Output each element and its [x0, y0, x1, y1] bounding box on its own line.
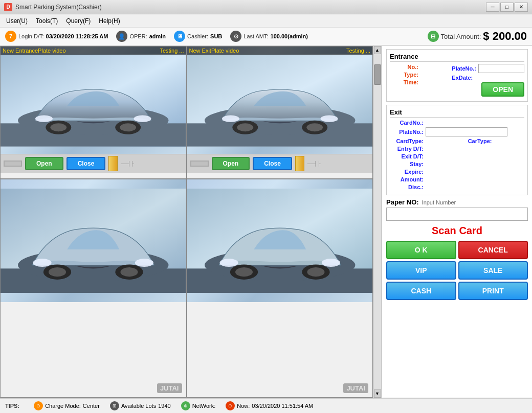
menu-user[interactable]: User(U) [2, 16, 32, 26]
paper-no-input[interactable] [386, 208, 528, 221]
print-button[interactable]: PRINT [458, 282, 528, 300]
exit-car-display [187, 47, 373, 154]
exit-stay-row: Stay: [390, 161, 524, 167]
jutai-watermark-bottom-right: JUTAI [343, 383, 368, 393]
time-icon: ⊙ [226, 401, 235, 410]
svg-point-33 [235, 267, 253, 277]
cash-button[interactable]: CASH [386, 282, 456, 300]
exit-expire-row: Expire: [390, 169, 524, 175]
exit-video-bottom: JUTAI [187, 179, 373, 398]
entrance-video-label: New EntrancePlate video Testing ... [1, 47, 186, 55]
exit-exitdt-row: Exit D/T: [390, 153, 524, 159]
exit-plateno-input[interactable] [426, 127, 507, 136]
paper-no-section: Paper NO: Input Number [386, 198, 528, 221]
cancel-button[interactable]: CANCEL [458, 241, 528, 259]
exit-amount-row: Amount: [390, 176, 524, 182]
entrance-title: Entrance [390, 53, 524, 62]
main-scrollbar[interactable]: ▲ ▼ [373, 46, 381, 398]
entrance-car-display [1, 47, 186, 154]
close-button[interactable]: ✕ [515, 3, 528, 12]
exit-indicator [295, 156, 304, 171]
main-content: New EntrancePlate video Testing ... [0, 46, 532, 398]
entrance-time-row: Time: [390, 79, 448, 85]
charge-icon: ⊙ [34, 401, 43, 410]
oper-status: 👤 OPER: admin [116, 31, 166, 42]
sale-button[interactable]: SALE [458, 261, 528, 280]
svg-point-17 [306, 123, 323, 131]
top-status-bar: 7 Login D/T: 03/20/2020 11:28:25 AM 👤 OP… [0, 28, 532, 46]
entrance-open-row: OPEN [452, 82, 524, 97]
exit-disc-row: Disc.: [390, 184, 524, 190]
svg-point-15 [237, 123, 253, 131]
vip-button[interactable]: VIP [386, 261, 456, 280]
ok-button[interactable]: O K [386, 241, 456, 259]
video-section: New EntrancePlate video Testing ... [0, 46, 373, 398]
scroll-thumb[interactable] [374, 64, 381, 85]
scan-card-title: Scan Card [386, 225, 528, 237]
entrance-plateno-input[interactable] [478, 64, 524, 73]
total-amount-status: ⊟ Total Amount: $ 200.00 [428, 30, 527, 43]
bottom-status-bar: TIPS: ⊙ Charge Mode: Center ⊞ Available … [0, 398, 532, 413]
charge-mode-item: ⊙ Charge Mode: Center [34, 401, 100, 410]
exit-cardno-row: CardNo.: [390, 120, 524, 126]
network-icon: ⊕ [181, 401, 190, 410]
svg-point-3 [35, 115, 53, 122]
minimize-button[interactable]: ─ [486, 3, 499, 12]
exit-entrydt-row: Entry D/T: [390, 146, 524, 152]
right-panel: Entrance No.: Type: Time: PlateNo.: [381, 46, 532, 398]
exit-cardtype-row: CardType: [390, 138, 456, 144]
action-buttons: O K CANCEL VIP SALE CASH PRINT [386, 241, 528, 300]
tips-label: TIPS: [5, 403, 19, 409]
exit-gray-button[interactable] [190, 160, 209, 167]
entrance-gray-button[interactable] [4, 160, 22, 167]
exit-close-button[interactable]: Close [253, 157, 292, 170]
person-icon: 👤 [116, 31, 127, 42]
svg-point-8 [120, 123, 136, 131]
svg-point-35 [307, 267, 324, 277]
last-amt-status: ⊙ Last AMT: 100.00(admin) [230, 31, 308, 42]
entrance-exdate-row: ExDate: [452, 75, 524, 81]
scroll-down-arrow[interactable]: ▼ [374, 389, 381, 398]
menu-help[interactable]: Help(H) [95, 16, 124, 26]
exit-car-bottom-svg [187, 179, 373, 302]
jutai-watermark-bottom-left: JUTAI [157, 383, 182, 393]
entrance-close-button[interactable]: Close [66, 157, 106, 170]
app-icon: D [4, 3, 12, 11]
menu-bar: User(U) Tools(T) Query(F) Help(H) [0, 14, 532, 28]
exit-controls: Open Close ──┤├ [187, 154, 373, 173]
login-status: 7 Login D/T: 03/20/2020 11:28:25 AM [5, 31, 108, 42]
entrance-car-bottom-svg [1, 179, 186, 302]
menu-tools[interactable]: Tools(T) [32, 16, 62, 26]
svg-point-6 [50, 123, 66, 131]
card-icon: ⊟ [428, 31, 439, 42]
entrance-type-row: Type: [390, 72, 448, 78]
exit-plateno-row: PlateNo.: [390, 127, 524, 136]
exit-car-bottom-display [187, 179, 373, 302]
exit-car-svg [187, 47, 373, 154]
time-item: ⊙ Now: 03/20/2020 11:51:54 AM [226, 401, 313, 410]
entrance-plateno-row: PlateNo.: [452, 64, 524, 73]
scroll-up-arrow[interactable]: ▲ [374, 46, 381, 54]
network-item: ⊕ NetWork: [181, 401, 216, 410]
paper-no-label: Paper NO: [386, 198, 419, 206]
svg-point-30 [219, 259, 238, 267]
svg-point-12 [221, 115, 239, 122]
entrance-indicator [108, 156, 118, 171]
gauge-icon: ⊙ [230, 31, 241, 42]
title-bar: D Smart Parking System(Cashier) ─ □ ✕ [0, 0, 532, 14]
entrance-open-button[interactable]: Open [25, 157, 63, 170]
exit-open-button[interactable]: Open [212, 157, 250, 170]
cashier-status: 🖥 Cashier: SUB [174, 31, 222, 42]
exit-cartype-row: CarType: [458, 138, 525, 144]
svg-point-22 [135, 259, 153, 267]
entrance-car-bottom-display [1, 179, 186, 302]
entrance-video-cell: New EntrancePlate video Testing ... [0, 46, 187, 179]
entrance-open-button[interactable]: OPEN [481, 82, 524, 97]
lots-icon: ⊞ [110, 401, 119, 410]
exit-video-cell: New ExitPlate video Testing ... [187, 46, 373, 179]
svg-point-26 [120, 267, 138, 277]
restore-button[interactable]: □ [500, 3, 514, 12]
paper-no-hint: Input Number [422, 199, 456, 205]
menu-query[interactable]: Query(F) [62, 16, 95, 26]
video-top-row: New EntrancePlate video Testing ... [0, 46, 373, 179]
